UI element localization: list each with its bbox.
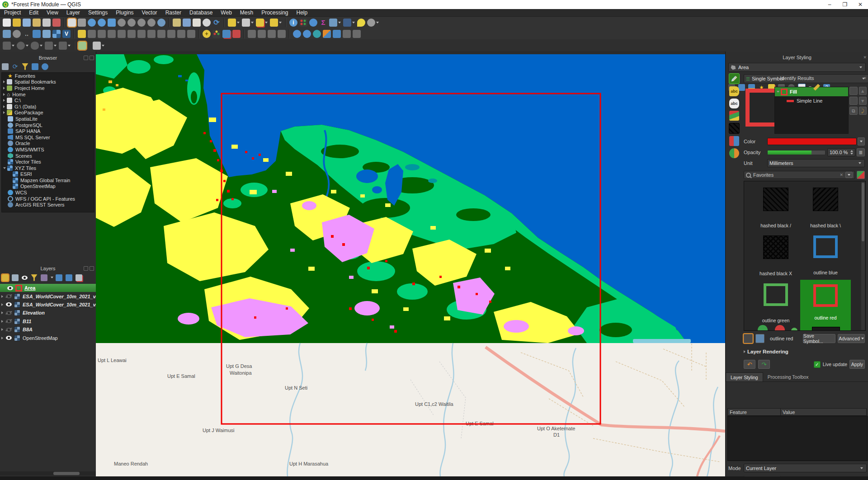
style-manager-icon[interactable] — [857, 171, 865, 179]
measure-area-dropdown[interactable] — [102, 45, 104, 47]
help-contents-icon[interactable] — [353, 30, 361, 38]
save-project-icon[interactable] — [23, 19, 31, 27]
remove-selection-icon[interactable] — [232, 30, 241, 38]
digitize-regular-polygon-dropdown[interactable] — [68, 45, 71, 47]
pan-to-selection-icon[interactable] — [78, 19, 86, 27]
dot-red-icon[interactable] — [775, 325, 785, 331]
browser-collapse-all-icon[interactable] — [32, 63, 38, 70]
browser-item-mapzen[interactable]: Mapzen Global Terrain — [2, 177, 94, 184]
layer-selector-dropdown[interactable] — [859, 66, 862, 68]
select-by-form-icon[interactable]: + — [203, 30, 211, 38]
open-table-icon[interactable] — [329, 19, 337, 27]
menu-raster[interactable]: Raster — [161, 9, 185, 16]
browser-item-xyz-tiles[interactable]: XYZ Tiles — [2, 165, 94, 171]
browser-item-oracle[interactable]: Oracle — [2, 141, 94, 147]
browser-item-esri[interactable]: ESRI — [2, 171, 94, 178]
attribute-table-icon[interactable] — [299, 19, 307, 27]
menu-project[interactable]: Project — [0, 9, 25, 16]
browser-item-favorites[interactable]: ★Favorites — [2, 73, 94, 79]
browser-item-vector-tiles[interactable]: Vector Tiles — [2, 159, 94, 165]
symbol-tile-outline-blue[interactable]: outline blue — [802, 235, 849, 275]
browser-float-icon[interactable] — [84, 56, 88, 60]
restore-button[interactable]: ❐ — [837, 0, 853, 9]
identify-features-icon[interactable]: i — [289, 19, 297, 27]
identify-results-table[interactable] — [727, 416, 868, 461]
new-bookmark-icon[interactable] — [173, 19, 181, 27]
browser-item-postgresql[interactable]: PostgreSQL — [2, 122, 94, 128]
add-vector-layer-icon[interactable]: V — [62, 30, 71, 38]
add-feature-icon[interactable] — [98, 30, 106, 38]
add-raster-layer-icon[interactable] — [52, 30, 61, 38]
browser-item-project-home[interactable]: Project Home — [2, 85, 94, 91]
layer-visibility-icon[interactable] — [6, 294, 12, 298]
menu-help[interactable]: Help — [292, 9, 312, 16]
zoom-last-icon[interactable] — [127, 19, 136, 27]
browser-item-spatial-bookmarks[interactable]: Spatial Bookmarks — [2, 79, 94, 85]
layer-row-elevation[interactable]: Elevation — [0, 309, 96, 317]
symbol-search-input[interactable]: Favorites ✕ — [744, 171, 855, 179]
expander-icon[interactable] — [744, 350, 745, 353]
open-table-dropdown[interactable] — [338, 22, 341, 24]
add-layer-icon[interactable] — [13, 30, 21, 38]
browser-add-layer-icon[interactable] — [2, 63, 9, 70]
add-group-icon[interactable] — [12, 274, 19, 281]
symbol-node-simple-line[interactable]: Simple Line — [775, 96, 848, 105]
processing-options-icon[interactable] — [309, 19, 317, 27]
temporal-controller-icon[interactable] — [203, 19, 211, 27]
zoom-native-icon[interactable] — [118, 19, 126, 27]
layers-close-icon[interactable] — [90, 266, 94, 271]
layer-visibility-icon[interactable] — [7, 286, 13, 290]
undo-style-button[interactable]: ↶ — [744, 360, 755, 369]
vertex-tool-icon[interactable] — [127, 30, 136, 38]
filter-expression-icon[interactable] — [41, 274, 47, 281]
expander-icon[interactable] — [3, 93, 5, 96]
browser-filter-icon[interactable] — [22, 63, 28, 70]
lock-color-button[interactable]: ⤸ — [859, 107, 867, 115]
menu-vector[interactable]: Vector — [138, 9, 161, 16]
digitize-arc-dropdown[interactable] — [12, 45, 14, 47]
pan-map-tool[interactable] — [68, 19, 76, 27]
new-print-layout-icon[interactable] — [42, 19, 51, 27]
open-layer-styling-icon[interactable] — [2, 274, 9, 281]
styling-layer-selector[interactable]: Area — [728, 63, 866, 72]
atlas-icon[interactable] — [256, 19, 264, 27]
measure-icon[interactable] — [343, 19, 351, 27]
layer-row-openstreetmap[interactable]: OpenStreetMap — [0, 334, 96, 342]
modify-attributes-icon[interactable] — [137, 30, 146, 38]
minimize-button[interactable]: – — [822, 0, 837, 9]
advanced-button[interactable]: Advanced — [838, 334, 865, 343]
expand-all-icon[interactable] — [56, 274, 62, 281]
select-features-by-area-tool[interactable] — [78, 42, 86, 50]
menu-view[interactable]: View — [42, 9, 62, 16]
symbol-tile-hashed-black-fwd[interactable]: hashed black / — [752, 188, 799, 228]
expander-icon[interactable] — [1, 311, 3, 314]
menu-edit[interactable]: Edit — [25, 9, 42, 16]
dot-small-green-icon[interactable] — [791, 328, 797, 331]
redo-edit-icon[interactable] — [157, 30, 165, 38]
close-button[interactable]: ✕ — [853, 0, 868, 9]
bookmark-manager-icon[interactable] — [193, 19, 201, 27]
digitize-circle-dropdown[interactable] — [26, 45, 28, 47]
zoom-next-icon[interactable] — [137, 19, 146, 27]
browser-item-arcgis[interactable]: ArcGIS REST Servers — [2, 202, 94, 208]
mesh-calculator-icon[interactable] — [248, 30, 256, 38]
add-spatialite-layer-icon[interactable] — [33, 30, 41, 38]
web-globe-icon[interactable] — [303, 30, 311, 38]
python-console-icon[interactable] — [333, 30, 341, 38]
layout-manager-icon[interactable] — [242, 19, 250, 27]
opacity-slider[interactable] — [767, 150, 826, 155]
unit-dropdown[interactable] — [859, 162, 861, 164]
menu-mesh[interactable]: Mesh — [236, 9, 257, 16]
settings-gear-dropdown[interactable] — [376, 22, 379, 24]
browser-item-wcs[interactable]: WCS — [2, 189, 94, 196]
layer-visibility-icon[interactable] — [6, 311, 12, 315]
zoom-in-icon[interactable] — [88, 19, 96, 27]
filter-legend-icon[interactable] — [31, 274, 38, 281]
symbol-tile-outline-green[interactable]: outline green — [752, 283, 799, 323]
layers-scrollbar-track[interactable] — [0, 471, 96, 475]
digitize-rectangle-icon[interactable] — [45, 42, 53, 50]
collapse-all-icon[interactable] — [66, 274, 72, 281]
settings-gear-icon[interactable] — [367, 19, 375, 27]
symbol-tile-outline-red-selected[interactable]: outline red — [800, 280, 851, 330]
color-swatch[interactable] — [767, 138, 857, 145]
